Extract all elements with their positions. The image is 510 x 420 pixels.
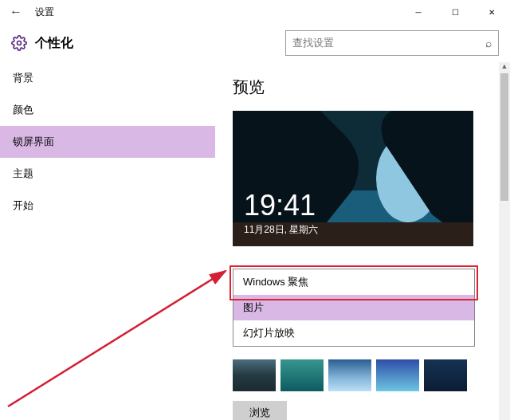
browse-label: 浏览 [249,406,270,420]
option-slideshow[interactable]: 幻灯片放映 [233,320,474,346]
sidebar-item-label: 颜色 [13,103,33,117]
sidebar-item-lockscreen[interactable]: 锁屏界面 [0,126,215,158]
maximize-button[interactable]: ☐ [437,0,473,24]
preview-heading: 预览 [233,77,510,98]
browse-button[interactable]: 浏览 [233,401,287,420]
gear-icon [11,35,27,51]
window-title: 设置 [32,6,400,19]
thumbnail[interactable] [376,359,419,391]
content-area: 预览 19:41 11月28日, 星期六 Windows 聚焦 [215,62,510,420]
sidebar-item-label: 背景 [13,71,33,85]
background-dropdown[interactable]: Windows 聚焦 图片 幻灯片放映 [233,269,475,347]
scrollbar-thumb[interactable] [500,73,508,201]
picture-thumbnails [233,359,510,391]
option-picture[interactable]: 图片 [233,295,474,320]
option-windows-spotlight[interactable]: Windows 聚焦 [233,269,474,295]
thumbnail[interactable] [424,359,467,391]
search-icon: ⌕ [485,37,492,49]
sidebar: 背景 颜色 锁屏界面 主题 开始 [0,62,215,420]
page-title: 个性化 [35,35,73,52]
thumbnail[interactable] [233,359,276,391]
sidebar-item-theme[interactable]: 主题 [0,158,215,190]
sidebar-item-label: 主题 [13,167,33,181]
scroll-up-icon[interactable]: ▲ [499,62,510,73]
lockscreen-preview: 19:41 11月28日, 星期六 [233,111,473,246]
close-button[interactable]: ✕ [473,0,510,24]
back-button[interactable]: ← [0,5,32,19]
lock-date: 11月28日, 星期六 [244,223,318,237]
svg-point-0 [18,41,22,45]
sidebar-item-background[interactable]: 背景 [0,62,215,94]
option-label: 图片 [243,300,264,315]
scrollbar[interactable]: ▲ [499,62,510,420]
sidebar-item-start[interactable]: 开始 [0,190,215,222]
option-label: 幻灯片放映 [243,326,295,340]
thumbnail[interactable] [328,359,371,391]
sidebar-item-color[interactable]: 颜色 [0,94,215,126]
minimize-button[interactable]: ─ [400,0,437,24]
sidebar-item-label: 锁屏界面 [13,135,54,149]
search-input[interactable]: 查找设置 ⌕ [285,30,499,56]
sidebar-item-label: 开始 [13,198,33,213]
option-label: Windows 聚焦 [243,275,308,289]
thumbnail[interactable] [280,359,324,391]
search-placeholder: 查找设置 [292,36,485,50]
lock-time: 19:41 [244,191,318,220]
